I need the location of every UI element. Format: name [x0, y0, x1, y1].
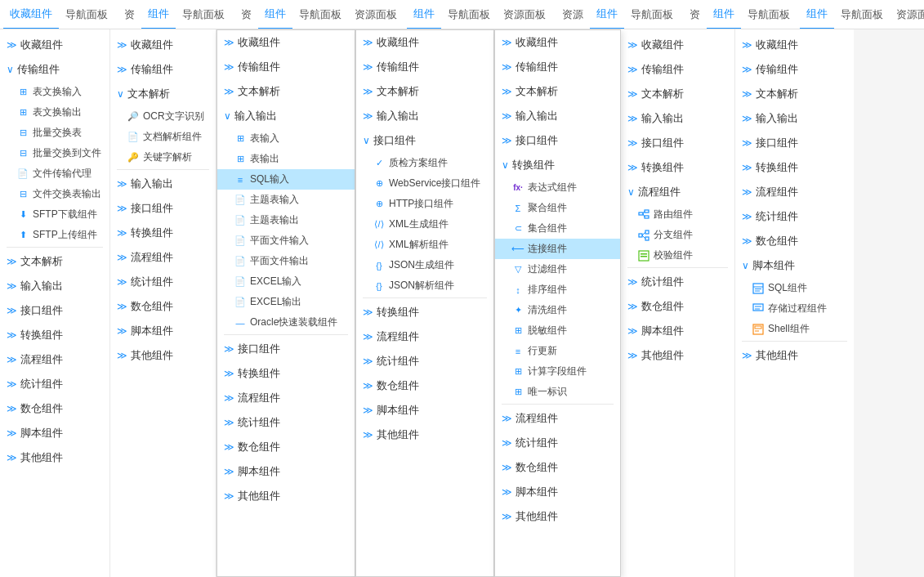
item-table-output-1[interactable]: ⊞ 表文换输出 [0, 102, 109, 123]
item-batch-table[interactable]: ⊟ 批量交换表 [0, 123, 109, 143]
section-script-7[interactable]: ∨ 脚本组件 [735, 253, 854, 278]
section-io-3[interactable]: ∨ 输入输出 [217, 104, 355, 128]
item-unique[interactable]: ⊞ 唯一标识 [495, 382, 620, 402]
tab-nav-panel-1[interactable]: 导航面板 [59, 0, 114, 29]
section-io-6[interactable]: ≫ 输入输出 [621, 106, 734, 131]
section-transfer-1[interactable]: ∨ 传输组件 [0, 57, 109, 82]
section-text-parse-1[interactable]: ≫ 文本解析 [0, 249, 109, 274]
item-sql-input[interactable]: ≡ SQL输入 [217, 169, 355, 190]
section-favorites-2[interactable]: ≫ 收藏组件 [110, 33, 216, 57]
item-batch-file[interactable]: ⊟ 批量交换到文件 [0, 143, 109, 163]
tab-components-3[interactable]: 组件 [258, 0, 292, 29]
section-favorites-5[interactable]: ≫ 收藏组件 [495, 30, 620, 55]
section-script-6[interactable]: ≫ 脚本组件 [621, 319, 734, 343]
item-connect[interactable]: ⟵ 连接组件 [495, 239, 620, 259]
section-textparse-4[interactable]: ≫ 文本解析 [356, 79, 493, 104]
section-dw-6[interactable]: ≫ 数仓组件 [621, 294, 734, 319]
section-io-1[interactable]: ≫ 输入输出 [0, 274, 109, 298]
tab-res-panel-7[interactable]: 资源面板 [890, 0, 924, 29]
item-stored-proc[interactable]: 存储过程组件 [735, 298, 854, 319]
section-script-4[interactable]: ≫ 脚本组件 [356, 398, 493, 423]
section-dw-1[interactable]: ≫ 数仓组件 [0, 396, 109, 421]
section-stats-7[interactable]: ≫ 统计组件 [735, 204, 854, 229]
item-filter[interactable]: ▽ 过滤组件 [495, 259, 620, 280]
section-favorites-7[interactable]: ≫ 收藏组件 [735, 33, 854, 57]
item-oracle-load[interactable]: — Oracle快速装载组件 [217, 312, 355, 333]
section-flow-1[interactable]: ≫ 流程组件 [0, 347, 109, 372]
section-flow-7[interactable]: ≫ 流程组件 [735, 180, 854, 204]
item-sftp-upload[interactable]: ⬆ SFTP上传组件 [0, 225, 109, 245]
section-interface-2[interactable]: ≫ 接口组件 [110, 196, 216, 221]
tab-nav-panel-5[interactable]: 导航面板 [624, 0, 680, 29]
section-transfer-2[interactable]: ≫ 传输组件 [110, 57, 216, 82]
item-aggregate[interactable]: Σ 聚合组件 [495, 198, 620, 218]
section-dw-5[interactable]: ≫ 数仓组件 [495, 455, 620, 480]
section-transform-1[interactable]: ≫ 转换组件 [0, 323, 109, 347]
section-favorites-1[interactable]: ≫ 收藏组件 [0, 33, 109, 57]
item-flat-output[interactable]: 📄 平面文件输出 [217, 251, 355, 271]
item-desensitize[interactable]: ⊞ 脱敏组件 [495, 320, 620, 341]
tab-res-6[interactable]: 资 [683, 0, 707, 29]
tab-res-5[interactable]: 资源 [556, 0, 590, 29]
item-file-exchange[interactable]: ⊟ 文件交换表输出 [0, 184, 109, 204]
section-dw-4[interactable]: ≫ 数仓组件 [356, 373, 493, 398]
item-flat-input[interactable]: 📄 平面文件输入 [217, 230, 355, 251]
tab-nav-panel-3[interactable]: 导航面板 [292, 0, 348, 29]
section-transform-5[interactable]: ∨ 转换组件 [495, 153, 620, 177]
tab-components-4[interactable]: 组件 [407, 0, 441, 29]
section-transform-4[interactable]: ≫ 转换组件 [356, 300, 493, 324]
tab-res-panel-3[interactable]: 资源面板 [348, 0, 404, 29]
item-quality[interactable]: ✓ 质检方案组件 [356, 153, 493, 173]
item-xml-parse[interactable]: ⟨/⟩ XML解析组件 [356, 235, 493, 255]
item-validate[interactable]: 校验组件 [621, 245, 734, 266]
section-other-2[interactable]: ≫ 其他组件 [110, 343, 216, 368]
item-doc-parse[interactable]: 📄 文档解析组件 [110, 127, 216, 147]
item-sql-comp[interactable]: SQL组件 [735, 278, 854, 298]
section-transfer-7[interactable]: ≫ 传输组件 [735, 57, 854, 82]
item-xml-gen[interactable]: ⟨/⟩ XML生成组件 [356, 214, 493, 235]
section-script-3[interactable]: ≫ 脚本组件 [217, 459, 355, 484]
section-interface-5[interactable]: ≫ 接口组件 [495, 128, 620, 153]
section-interface-3[interactable]: ≫ 接口组件 [217, 337, 355, 361]
item-branch[interactable]: 分支组件 [621, 225, 734, 245]
section-transform-7[interactable]: ≫ 转换组件 [735, 155, 854, 180]
section-interface-7[interactable]: ≫ 接口组件 [735, 131, 854, 155]
section-stats-1[interactable]: ≫ 统计组件 [0, 372, 109, 396]
section-textparse-2[interactable]: ∨ 文本解析 [110, 82, 216, 106]
section-other-6[interactable]: ≫ 其他组件 [621, 343, 734, 368]
tab-res-3[interactable]: 资 [234, 0, 258, 29]
section-interface-6[interactable]: ≫ 接口组件 [621, 131, 734, 155]
tab-res-panel-4[interactable]: 资源面板 [497, 0, 552, 29]
section-textparse-5[interactable]: ≫ 文本解析 [495, 79, 620, 104]
item-http[interactable]: ⊕ HTTP接口组件 [356, 194, 493, 214]
section-flow-6[interactable]: ∨ 流程组件 [621, 180, 734, 204]
item-row-update[interactable]: ≡ 行更新 [495, 341, 620, 361]
section-flow-4[interactable]: ≫ 流程组件 [356, 324, 493, 349]
section-script-5[interactable]: ≫ 脚本组件 [495, 480, 620, 504]
section-stats-2[interactable]: ≫ 统计组件 [110, 270, 216, 294]
section-stats-6[interactable]: ≫ 统计组件 [621, 270, 734, 294]
section-io-7[interactable]: ≫ 输入输出 [735, 106, 854, 131]
section-stats-4[interactable]: ≫ 统计组件 [356, 349, 493, 373]
section-favorites-6[interactable]: ≫ 收藏组件 [621, 33, 734, 57]
tab-components-6[interactable]: 组件 [707, 0, 741, 29]
section-flow-2[interactable]: ≫ 流程组件 [110, 245, 216, 270]
section-textparse-6[interactable]: ≫ 文本解析 [621, 82, 734, 106]
section-textparse-7[interactable]: ≫ 文本解析 [735, 82, 854, 106]
section-dw-7[interactable]: ≫ 数仓组件 [735, 229, 854, 253]
item-theme-input[interactable]: 📄 主题表输入 [217, 190, 355, 210]
item-theme-output[interactable]: 📄 主题表输出 [217, 210, 355, 230]
section-favorites-4[interactable]: ≫ 收藏组件 [356, 30, 493, 55]
section-transform-2[interactable]: ≫ 转换组件 [110, 221, 216, 245]
section-dw-2[interactable]: ≫ 数仓组件 [110, 294, 216, 319]
item-sort[interactable]: ↕ 排序组件 [495, 280, 620, 300]
tab-nav-panel-4[interactable]: 导航面板 [441, 0, 497, 29]
item-expr[interactable]: fx· 表达式组件 [495, 177, 620, 198]
section-other-5[interactable]: ≫ 其他组件 [495, 504, 620, 529]
tab-components-7[interactable]: 组件 [800, 0, 834, 29]
section-transfer-4[interactable]: ≫ 传输组件 [356, 55, 493, 79]
section-other-1[interactable]: ≫ 其他组件 [0, 445, 109, 470]
section-other-7[interactable]: ≫ 其他组件 [735, 343, 854, 368]
section-transfer-5[interactable]: ≫ 传输组件 [495, 55, 620, 79]
section-transfer-3[interactable]: ≫ 传输组件 [217, 55, 355, 79]
